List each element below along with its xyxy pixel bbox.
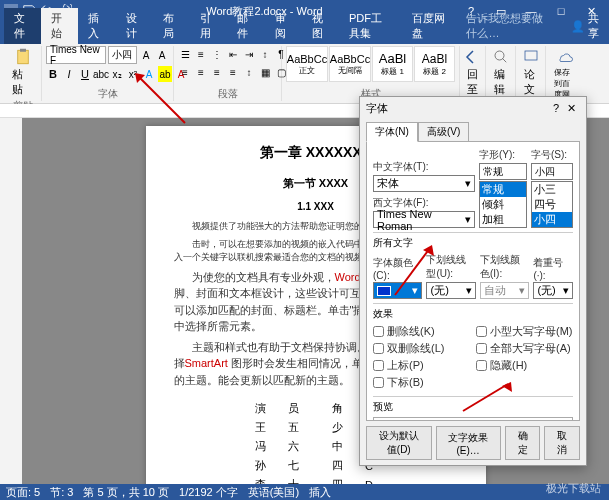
ribbon: 粘贴 剪贴板 Times New F 小四 A A B I U abc x₂ x… bbox=[0, 44, 609, 104]
status-section[interactable]: 节: 3 bbox=[50, 485, 73, 500]
style-list[interactable]: 常规 倾斜 加粗 bbox=[479, 181, 527, 228]
style-label: 字形(Y): bbox=[479, 148, 527, 162]
ribbon-tabs: 文件 开始 插入 设计 布局 引用 邮件 审阅 视图 PDF工具集 百度网盘 告… bbox=[0, 22, 609, 44]
align-right-icon[interactable]: ≡ bbox=[210, 64, 224, 80]
ck-allcaps[interactable]: 全部大写字母(A) bbox=[476, 341, 573, 356]
share-button[interactable]: 👤共享 bbox=[563, 8, 609, 44]
inc-indent-icon[interactable]: ⇥ bbox=[242, 46, 256, 62]
size-input[interactable]: 小四 bbox=[531, 163, 573, 180]
chevron-down-icon: ▾ bbox=[412, 284, 418, 297]
linespace-icon[interactable]: ↕ bbox=[242, 64, 256, 80]
west-font-combo[interactable]: Times New Roman▾ bbox=[373, 211, 475, 228]
tab-design[interactable]: 设计 bbox=[116, 8, 153, 44]
svg-rect-4 bbox=[525, 51, 537, 60]
dialog-tab-advanced[interactable]: 高级(V) bbox=[418, 122, 469, 142]
font-name-combo[interactable]: Times New F bbox=[46, 46, 106, 64]
ck-hidden[interactable]: 隐藏(H) bbox=[476, 358, 573, 373]
super-button[interactable]: x² bbox=[126, 66, 140, 82]
dialog-close-icon[interactable]: ✕ bbox=[563, 102, 580, 115]
cancel-button[interactable]: 取消 bbox=[544, 426, 580, 460]
share-icon: 👤 bbox=[571, 20, 585, 33]
svg-rect-1 bbox=[17, 50, 28, 64]
emphasis-combo[interactable]: (无)▾ bbox=[533, 282, 573, 299]
tell-me[interactable]: 告诉我您想要做什么… bbox=[456, 8, 562, 44]
tab-pdf[interactable]: PDF工具集 bbox=[339, 8, 402, 44]
svg-rect-2 bbox=[20, 49, 26, 52]
tab-ref[interactable]: 引用 bbox=[190, 8, 227, 44]
effects-label: 效果 bbox=[373, 307, 573, 321]
find-button[interactable]: 编辑 bbox=[490, 46, 511, 99]
size-label: 字号(S): bbox=[531, 148, 573, 162]
style-h2[interactable]: AaBl标题 2 bbox=[414, 46, 455, 82]
shading-icon[interactable]: ▦ bbox=[258, 64, 272, 80]
dec-indent-icon[interactable]: ⇤ bbox=[226, 46, 240, 62]
tab-mail[interactable]: 邮件 bbox=[227, 8, 264, 44]
status-page[interactable]: 页面: 5 bbox=[6, 485, 40, 500]
font-group-label: 字体 bbox=[46, 87, 169, 101]
style-h1[interactable]: AaBl标题 1 bbox=[372, 46, 413, 82]
highlight-icon[interactable]: ab bbox=[158, 66, 172, 82]
ruler-vertical[interactable] bbox=[0, 118, 22, 484]
underline-combo[interactable]: (无)▾ bbox=[426, 282, 475, 299]
cjk-font-label: 中文字体(T): bbox=[373, 160, 475, 174]
font-dialog: 字体 ? ✕ 字体(N) 高级(V) 中文字体(T): 宋体▾ 西文字体(F):… bbox=[359, 96, 587, 466]
status-pageof[interactable]: 第 5 页，共 10 页 bbox=[83, 485, 169, 500]
status-lang[interactable]: 英语(美国) bbox=[248, 485, 299, 500]
underline-button[interactable]: U bbox=[78, 66, 92, 82]
font-color-combo[interactable]: ▾ bbox=[373, 282, 422, 299]
align-center-icon[interactable]: ≡ bbox=[194, 64, 208, 80]
style-input[interactable]: 常规 bbox=[479, 163, 527, 180]
tab-home[interactable]: 开始 bbox=[41, 8, 78, 44]
bold-button[interactable]: B bbox=[46, 66, 60, 82]
italic-button[interactable]: I bbox=[62, 66, 76, 82]
status-insert[interactable]: 插入 bbox=[309, 485, 331, 500]
tab-view[interactable]: 视图 bbox=[302, 8, 339, 44]
tab-baidu[interactable]: 百度网盘 bbox=[402, 8, 456, 44]
font-size-combo[interactable]: 小四 bbox=[108, 46, 137, 64]
ck-sub[interactable]: 下标(B) bbox=[373, 375, 470, 390]
texteff-icon[interactable]: A bbox=[142, 66, 156, 82]
dialog-title: 字体 bbox=[366, 101, 388, 116]
statusbar: 页面: 5 节: 3 第 5 页，共 10 页 1/2192 个字 英语(美国)… bbox=[0, 484, 609, 500]
chevron-down-icon: ▾ bbox=[465, 177, 471, 190]
bullets-icon[interactable]: ☰ bbox=[178, 46, 192, 62]
dialog-tab-font[interactable]: 字体(N) bbox=[366, 122, 418, 142]
watermark: 极光下载站 bbox=[546, 481, 601, 496]
style-normal[interactable]: AaBbCc正文 bbox=[286, 46, 328, 82]
paste-button[interactable]: 粘贴 bbox=[8, 46, 37, 99]
sort-icon[interactable]: ↕ bbox=[258, 46, 272, 62]
shrink-font-icon[interactable]: A bbox=[155, 47, 169, 63]
ck-smallcaps[interactable]: 小型大写字母(M) bbox=[476, 324, 573, 339]
cjk-font-combo[interactable]: 宋体▾ bbox=[373, 175, 475, 192]
chevron-down-icon: ▾ bbox=[465, 213, 471, 226]
tab-file[interactable]: 文件 bbox=[4, 8, 41, 44]
tab-insert[interactable]: 插入 bbox=[78, 8, 115, 44]
status-words[interactable]: 1/2192 个字 bbox=[179, 485, 238, 500]
multilevel-icon[interactable]: ⋮ bbox=[210, 46, 224, 62]
paragraph-group-label: 段落 bbox=[178, 87, 277, 101]
dialog-help-icon[interactable]: ? bbox=[549, 102, 563, 114]
preview-label: 预览 bbox=[373, 400, 573, 414]
numbering-icon[interactable]: ≡ bbox=[194, 46, 208, 62]
tab-layout[interactable]: 布局 bbox=[153, 8, 190, 44]
texteffects-button[interactable]: 文字效果(E)… bbox=[436, 426, 501, 460]
grow-font-icon[interactable]: A bbox=[139, 47, 153, 63]
ok-button[interactable]: 确定 bbox=[505, 426, 541, 460]
ck-super[interactable]: 上标(P) bbox=[373, 358, 470, 373]
strike-button[interactable]: abc bbox=[94, 66, 108, 82]
tab-review[interactable]: 审阅 bbox=[265, 8, 302, 44]
align-left-icon[interactable]: ≡ bbox=[178, 64, 192, 80]
justify-icon[interactable]: ≡ bbox=[226, 64, 240, 80]
dialog-titlebar[interactable]: 字体 ? ✕ bbox=[360, 97, 586, 119]
default-button[interactable]: 设为默认值(D) bbox=[366, 426, 432, 460]
style-nospacing[interactable]: AaBbCc无间隔 bbox=[329, 46, 371, 82]
back-button[interactable]: 回至 bbox=[464, 46, 481, 99]
alltext-label: 所有文字 bbox=[373, 236, 573, 250]
sub-button[interactable]: x₂ bbox=[110, 66, 124, 82]
ck-strike[interactable]: 删除线(K) bbox=[373, 324, 470, 339]
size-list[interactable]: 小三 四号 小四 bbox=[531, 181, 573, 228]
undercolor-combo: 自动▾ bbox=[480, 282, 529, 299]
ck-dstrike[interactable]: 双删除线(L) bbox=[373, 341, 470, 356]
